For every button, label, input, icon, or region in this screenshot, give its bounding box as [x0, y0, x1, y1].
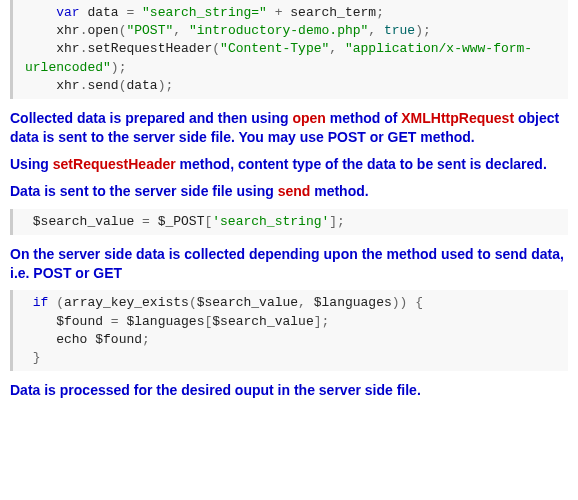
code-line: echo $found; [25, 332, 150, 347]
code-line: } [25, 350, 41, 365]
explain-para-1: Collected data is prepared and then usin… [10, 109, 568, 147]
code-line: var data = "search_string=" + search_ter… [25, 5, 384, 20]
code-block-3: if (array_key_exists($search_value, $lan… [10, 290, 568, 371]
code-line: xhr.setRequestHeader("Content-Type", "ap… [25, 41, 532, 74]
explain-para-5: Data is processed for the desired ouput … [10, 381, 568, 400]
code-block-1: var data = "search_string=" + search_ter… [10, 0, 568, 99]
code-line: $search_value = $_POST['search_string']; [25, 214, 345, 229]
code-line: xhr.send(data); [25, 78, 173, 93]
code-block-2: $search_value = $_POST['search_string']; [10, 209, 568, 235]
code-line: if (array_key_exists($search_value, $lan… [25, 295, 423, 310]
explain-para-2: Using setRequestHeader method, content t… [10, 155, 568, 174]
explain-para-4: On the server side data is collected dep… [10, 245, 568, 283]
code-line: xhr.open("POST", "introductory-demo.php"… [25, 23, 431, 38]
explain-para-3: Data is sent to the server side file usi… [10, 182, 568, 201]
code-line: $found = $languages[$search_value]; [25, 314, 329, 329]
